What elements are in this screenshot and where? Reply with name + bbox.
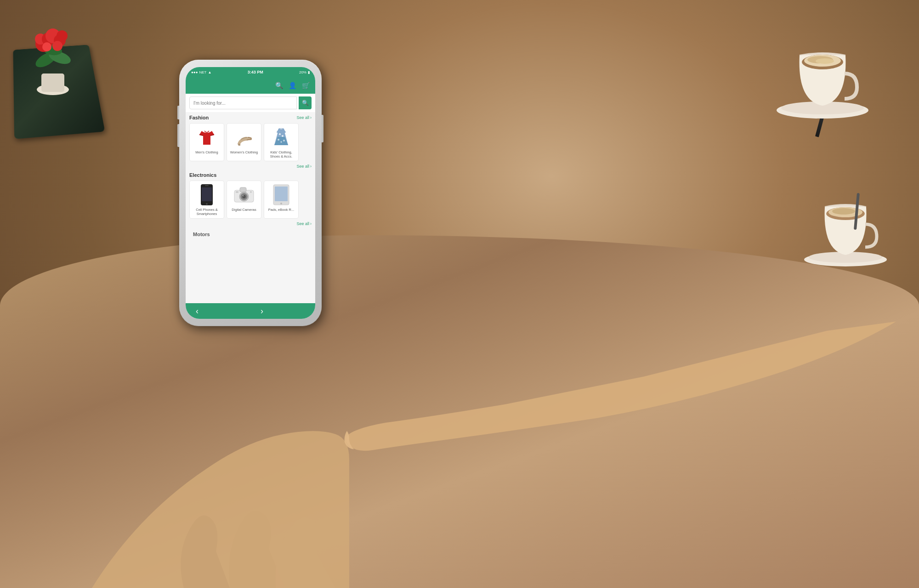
status-left: ●●● NET ▲ xyxy=(191,70,211,74)
top-navigation: 🔍 👤 🛒 xyxy=(186,77,315,94)
mens-clothing-image xyxy=(192,126,222,148)
cell-phones-image xyxy=(192,184,222,206)
svg-rect-43 xyxy=(275,187,288,201)
fashion-header: Fashion See all › xyxy=(189,115,312,120)
right-arrow-icon: › xyxy=(261,306,263,316)
prev-button[interactable]: ‹ xyxy=(186,303,209,319)
user-icon[interactable]: 👤 xyxy=(289,82,296,89)
next-button[interactable]: › xyxy=(209,303,315,319)
chevron-right-icon-3: › xyxy=(310,221,312,226)
see-all-electronics-bottom: See all › xyxy=(186,220,315,228)
digital-cameras-label: Digital Cameras xyxy=(229,208,259,212)
coffee-cup-1 xyxy=(772,9,873,121)
bottom-navigation: ‹ › xyxy=(186,303,315,319)
search-icon[interactable]: 🔍 xyxy=(275,82,283,89)
motors-title: Motors xyxy=(189,230,214,237)
svg-rect-33 xyxy=(205,185,209,186)
svg-point-12 xyxy=(57,30,68,41)
motors-section: Motors xyxy=(186,228,315,238)
fashion-see-all[interactable]: See all › xyxy=(296,115,312,120)
mens-clothing-label: Men's Clothing xyxy=(192,150,222,154)
electronics-header: Electronics xyxy=(189,172,312,178)
wifi-icon: ▲ xyxy=(208,70,212,74)
svg-point-39 xyxy=(243,195,244,197)
flower-decoration xyxy=(18,14,87,98)
cell-phones-label: Cell Phones & Smartphones xyxy=(192,208,222,216)
table-surface xyxy=(0,235,919,588)
svg-point-11 xyxy=(42,42,51,51)
womens-clothing-label: Women's Clothing xyxy=(229,150,259,154)
battery-display: 20% ▮ xyxy=(299,70,310,74)
svg-point-23 xyxy=(832,208,855,215)
mens-clothing-item[interactable]: Men's Clothing xyxy=(189,123,224,161)
fashion-section: Fashion See all › xyxy=(186,112,315,163)
electronics-items: Cell Phones & Smartphones xyxy=(189,181,312,219)
womens-clothing-item[interactable]: Women's Clothing xyxy=(227,123,261,161)
cell-phones-item[interactable]: Cell Phones & Smartphones xyxy=(189,181,224,219)
svg-point-28 xyxy=(283,140,285,141)
search-button-icon: 🔍 xyxy=(302,100,309,106)
svg-rect-31 xyxy=(202,187,212,201)
svg-point-27 xyxy=(278,139,279,141)
svg-point-29 xyxy=(281,141,282,143)
digital-cameras-item[interactable]: Digital Cameras xyxy=(227,181,261,219)
phone-shell: ●●● NET ▲ 3:43 PM 20% ▮ 🔍 👤 🛒 xyxy=(179,60,322,326)
search-bar: 🔍 xyxy=(186,94,315,112)
svg-point-26 xyxy=(282,135,284,137)
svg-point-18 xyxy=(816,58,834,64)
kids-clothing-image xyxy=(266,126,296,148)
search-button[interactable]: 🔍 xyxy=(299,96,312,109)
svg-point-32 xyxy=(206,203,208,205)
tablets-image xyxy=(266,184,296,206)
carrier-label: NET xyxy=(199,70,207,74)
digital-cameras-image xyxy=(229,184,259,206)
svg-rect-35 xyxy=(240,187,246,192)
svg-point-44 xyxy=(280,203,282,204)
tablets-item[interactable]: Pads, eBook R... xyxy=(264,181,299,219)
battery-level: 20% xyxy=(299,70,306,74)
search-input[interactable] xyxy=(189,96,297,109)
chevron-right-icon-2: › xyxy=(310,164,312,169)
electronics-see-all-row: See all › xyxy=(186,163,315,170)
electronics-title: Electronics xyxy=(189,172,216,178)
svg-point-41 xyxy=(250,191,252,193)
electronics-see-all-bottom[interactable]: See all › xyxy=(296,221,312,226)
kids-clothing-label: Kids' Clothing, Shoes & Accs. xyxy=(266,150,296,158)
electronics-see-all-top[interactable]: See all › xyxy=(296,164,312,169)
coffee-cup-2 xyxy=(800,165,891,268)
phone-screen: ●●● NET ▲ 3:43 PM 20% ▮ 🔍 👤 🛒 xyxy=(186,67,315,319)
womens-clothing-image xyxy=(229,126,259,148)
svg-point-25 xyxy=(279,133,281,135)
status-bar: ●●● NET ▲ 3:43 PM 20% ▮ xyxy=(186,67,315,77)
phone-device: ●●● NET ▲ 3:43 PM 20% ▮ 🔍 👤 🛒 xyxy=(179,60,322,326)
chevron-right-icon: › xyxy=(310,115,312,120)
svg-rect-1 xyxy=(41,74,64,92)
svg-point-10 xyxy=(52,41,62,51)
tablets-label: Pads, eBook R... xyxy=(266,208,296,212)
kids-clothing-item[interactable]: Kids' Clothing, Shoes & Accs. xyxy=(264,123,299,161)
time-display: 3:43 PM xyxy=(248,70,263,74)
signal-dots: ●●● xyxy=(191,70,198,74)
battery-icon: ▮ xyxy=(308,70,310,74)
electronics-section: Electronics Cell Phones xyxy=(186,170,315,220)
cart-icon[interactable]: 🛒 xyxy=(302,82,310,89)
fashion-items: Men's Clothing xyxy=(189,123,312,161)
svg-rect-40 xyxy=(236,191,238,193)
left-arrow-icon: ‹ xyxy=(196,306,199,316)
fashion-title: Fashion xyxy=(189,115,209,120)
